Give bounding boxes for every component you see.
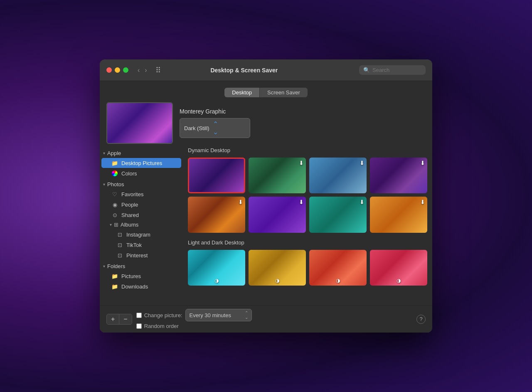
sidebar-folders-label: Folders [107, 263, 125, 269]
sidebar-item-pictures[interactable]: 📁 Pictures [101, 271, 181, 281]
bottom-controls: + − Change picture: Every 30 minutes ⌃⌄ [100, 306, 432, 333]
maximize-button[interactable] [123, 67, 128, 73]
sidebar-group-photos[interactable]: ▾ Photos [100, 180, 183, 189]
chevron-down-icon: ▾ [103, 151, 105, 155]
titlebar: ‹ › ⠿ Desktop & Screen Saver 🔍 [100, 59, 432, 81]
main-window: ‹ › ⠿ Desktop & Screen Saver 🔍 Desktop S… [100, 59, 432, 333]
wallpaper-teal-lake[interactable]: ⬇ [309, 197, 367, 232]
wallpaper-orange-sunset[interactable]: ⬇ [370, 197, 427, 232]
folder-icon: ⊡ [116, 242, 123, 248]
sidebar-apple-label: Apple [107, 150, 121, 156]
add-remove-buttons: + − [106, 314, 132, 325]
wallpaper-ld-teal[interactable]: ◑ [188, 250, 245, 286]
sidebar-item-people[interactable]: ◉ People [101, 200, 181, 210]
wallpaper-canyon-sunset[interactable]: ⬇ [188, 197, 245, 232]
wallpaper-big-sur-green[interactable]: ⬇ [249, 158, 306, 193]
download-icon: ⬇ [360, 199, 365, 205]
change-picture-row: Change picture: Every 30 minutes ⌃⌄ [136, 309, 412, 321]
sidebar-item-tiktok[interactable]: ⊡ TikTok [101, 240, 181, 250]
shared-icon: ⊙ [111, 212, 118, 218]
interval-value: Every 30 minutes [189, 312, 231, 318]
add-button[interactable]: + [107, 314, 119, 324]
random-order-text: Random order [144, 323, 179, 329]
ld-indicator: ◑ [336, 278, 340, 284]
random-order-checkbox[interactable] [136, 323, 142, 329]
sidebar-section-folders: ▾ Folders 📁 Pictures 📁 Downloads [100, 262, 183, 291]
light-dark-label: Light and Dark Desktop [188, 239, 427, 246]
wallpaper-ld-gold[interactable]: ◑ [249, 250, 306, 286]
dynamic-desktop-label: Dynamic Desktop [188, 147, 427, 153]
sidebar-section-apple: ▾ Apple 📁 Desktop Pictures Colors [100, 149, 183, 178]
change-picture-checkbox[interactable] [136, 313, 142, 318]
download-icon: ⬇ [299, 160, 304, 166]
help-button[interactable]: ? [416, 315, 426, 324]
download-icon: ⬇ [238, 199, 243, 205]
tab-screen-saver[interactable]: Screen Saver [260, 88, 308, 97]
random-order-row: Random order [136, 323, 412, 329]
tab-desktop[interactable]: Desktop [224, 88, 260, 97]
sidebar-favorites-label: Favorites [121, 191, 143, 197]
chevron-down-icon: ▾ [103, 182, 105, 187]
download-icon: ⬇ [299, 199, 304, 205]
search-bar[interactable]: 🔍 [359, 65, 426, 75]
tabs-row: Desktop Screen Saver [100, 81, 432, 102]
ld-indicator: ◑ [275, 278, 279, 284]
window-title: Desktop & Screen Saver [133, 67, 355, 74]
sidebar-tiktok-label: TikTok [126, 242, 142, 248]
search-input[interactable] [372, 67, 422, 73]
preview-thumbnail [106, 102, 173, 144]
minimize-button[interactable] [115, 67, 120, 73]
random-order-label[interactable]: Random order [136, 323, 179, 329]
chevron-down-icon: ▾ [110, 222, 112, 227]
sidebar-item-desktop-pictures[interactable]: 📁 Desktop Pictures [101, 158, 181, 168]
sidebar-group-apple[interactable]: ▾ Apple [100, 149, 183, 158]
folder-icon: 📁 [111, 283, 118, 290]
sidebar-instagram-label: Instagram [126, 232, 150, 238]
remove-button[interactable]: − [119, 314, 131, 324]
change-picture-label[interactable]: Change picture: [136, 312, 182, 318]
dropdown-arrow-icon: ⌃⌄ [213, 120, 218, 136]
sidebar-desktop-pictures-label: Desktop Pictures [121, 160, 162, 166]
sidebar-item-pinterest[interactable]: ⊡ Pinterest [101, 250, 181, 260]
ld-indicator: ◑ [214, 278, 219, 284]
sidebar-group-folders[interactable]: ▾ Folders [100, 262, 183, 271]
download-icon: ⬇ [360, 160, 365, 166]
chevron-down-icon: ▾ [103, 264, 105, 269]
heart-icon: ♡ [111, 191, 118, 197]
top-preview-area: Monterey Graphic Dark (Still) ⌃⌄ [100, 102, 432, 147]
wallpaper-ld-pink-red[interactable]: ◑ [370, 250, 427, 286]
traffic-lights [106, 67, 128, 73]
sidebar-group-albums[interactable]: ▾ ⊞ Albums [100, 220, 183, 229]
folder-icon: 📁 [111, 273, 118, 279]
wallpaper-name: Monterey Graphic [180, 108, 250, 115]
sidebar-item-colors[interactable]: Colors [101, 168, 181, 178]
folder-icon: ⊡ [116, 252, 123, 259]
wallpaper-grid-area: Dynamic Desktop ⬇ ⬇ ⬇ ⬇ ⬇ [183, 147, 432, 305]
change-picture-section: Change picture: Every 30 minutes ⌃⌄ Rand… [136, 309, 412, 329]
sidebar-shared-label: Shared [121, 212, 139, 218]
sidebar-item-favorites[interactable]: ♡ Favorites [101, 189, 181, 199]
wallpaper-monterey-dark[interactable] [188, 158, 245, 193]
dropdown-arrow-icon: ⌃⌄ [245, 311, 248, 320]
wallpaper-purple-mountain[interactable]: ⬇ [370, 158, 427, 193]
sidebar-item-shared[interactable]: ⊙ Shared [101, 210, 181, 220]
sidebar-downloads-label: Downloads [121, 284, 148, 290]
dynamic-desktop-grid: ⬇ ⬇ ⬇ ⬇ ⬇ ⬇ ⬇ [188, 158, 427, 233]
preview-info: Monterey Graphic Dark (Still) ⌃⌄ [180, 102, 250, 138]
sidebar-item-instagram[interactable]: ⊡ Instagram [101, 229, 181, 239]
wallpaper-ld-coral[interactable]: ◑ [309, 250, 367, 286]
sidebar-people-label: People [121, 202, 138, 208]
sidebar-section-photos: ▾ Photos ♡ Favorites ◉ People ⊙ Shared [100, 180, 183, 260]
folder-icon: ⊡ [116, 231, 123, 238]
sidebar-item-downloads[interactable]: 📁 Downloads [101, 281, 181, 291]
light-dark-grid: ◑ ◑ ◑ ◑ [188, 250, 427, 286]
change-picture-text: Change picture: [144, 312, 182, 318]
close-button[interactable] [106, 67, 112, 73]
search-icon: 🔍 [363, 67, 370, 73]
style-dropdown[interactable]: Dark (Still) ⌃⌄ [180, 118, 250, 138]
interval-dropdown[interactable]: Every 30 minutes ⌃⌄ [185, 309, 252, 321]
wallpaper-big-sur-blue[interactable]: ⬇ [309, 158, 367, 193]
main-area: ▾ Apple 📁 Desktop Pictures Colors ▾ [100, 147, 432, 305]
folder-icon: 📁 [111, 160, 118, 166]
wallpaper-purple-waves[interactable]: ⬇ [249, 197, 306, 232]
